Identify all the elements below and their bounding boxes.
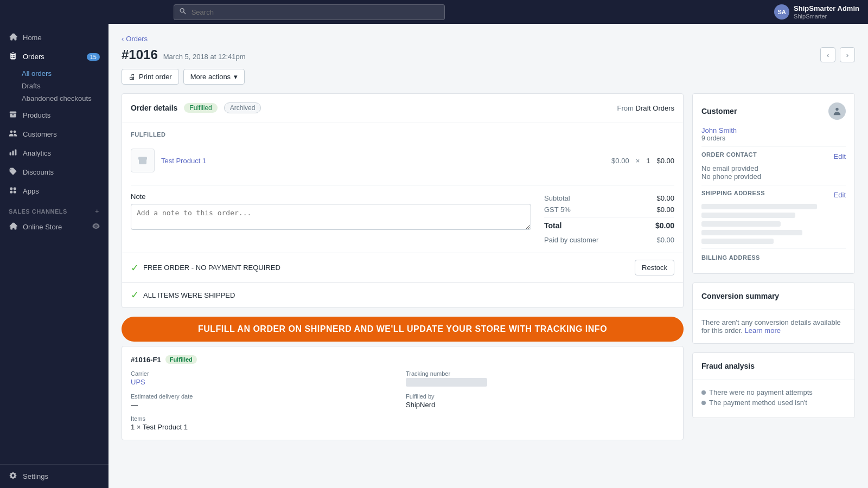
- from-label: From Draft Orders: [617, 104, 674, 112]
- online-store-icon: [9, 222, 17, 232]
- product-qty-label: ×: [636, 157, 640, 165]
- fraud-text-1: There were no payment attempts: [709, 388, 813, 396]
- restock-button[interactable]: Restock: [635, 260, 674, 275]
- edit-contact-button[interactable]: Edit: [834, 152, 846, 160]
- user-name: ShipSmarter Admin: [794, 4, 859, 13]
- free-order-banner: ✓ FREE ORDER - NO PAYMENT REQUIRED Resto…: [122, 253, 683, 282]
- order-details-title: Order details: [131, 104, 177, 112]
- right-column: Customer John Smith 9 orders ORDER CONTA…: [692, 93, 855, 449]
- order-line-item: Test Product 1 $0.00 × 1 $0.00: [131, 144, 674, 177]
- user-avatar: SA: [774, 4, 789, 20]
- product-name[interactable]: Test Product 1: [161, 157, 605, 165]
- sidebar-item-orders[interactable]: Orders 15: [0, 47, 108, 66]
- search-input[interactable]: [174, 4, 445, 20]
- fraud-card-header: Fraud analysis: [693, 353, 854, 380]
- sidebar-item-discounts[interactable]: Discounts: [0, 163, 108, 182]
- search-wrap: [174, 4, 445, 20]
- content-grid: Order details Fulfilled Archived From Dr…: [122, 93, 855, 449]
- no-email-text: No email provided: [701, 164, 846, 172]
- all-orders-link[interactable]: All orders: [22, 67, 108, 80]
- archived-badge: Archived: [224, 102, 261, 113]
- order-toolbar: 🖨 Print order More actions ▾: [122, 69, 855, 85]
- fulfillment-body: #1016-F1 Fulfilled Carrier UPS Tracking …: [122, 346, 683, 440]
- main-layout: Home Orders 15 All orders Drafts Abandon…: [0, 24, 868, 488]
- left-column: Order details Fulfilled Archived From Dr…: [122, 93, 684, 449]
- conversion-title: Conversion summary: [701, 292, 779, 300]
- fulfillment-grid: Carrier UPS Tracking number XXXXXXXXXXXX…: [131, 370, 674, 431]
- delivery-field: Estimated delivery date —: [131, 393, 399, 409]
- sidebar-item-analytics[interactable]: Analytics: [0, 144, 108, 163]
- orders-badge: 15: [87, 53, 100, 61]
- product-total: $0.00: [656, 157, 674, 165]
- shipping-address-block: [701, 204, 846, 244]
- products-label: Products: [23, 111, 50, 119]
- tracking-field: Tracking number XXXXXXXXXXXXXXXXX: [406, 370, 674, 387]
- items-label: Items: [131, 415, 674, 422]
- sidebar-item-online-store[interactable]: Online Store: [0, 217, 108, 236]
- carrier-value: UPS: [131, 378, 399, 386]
- apps-label: Apps: [23, 187, 39, 195]
- subtotal-row: Subtotal $0.00: [544, 192, 674, 204]
- drafts-link[interactable]: Drafts: [22, 80, 108, 92]
- learn-more-link[interactable]: Learn more: [745, 326, 781, 335]
- items-value: 1 × Test Product 1: [131, 423, 674, 431]
- sidebar-item-apps[interactable]: Apps: [0, 182, 108, 201]
- user-area: SA ShipSmarter Admin ShipSmarter: [774, 4, 859, 20]
- note-label: Note: [131, 192, 531, 201]
- chevron-left-icon: ‹: [827, 51, 829, 59]
- carrier-field: Carrier UPS: [131, 370, 399, 387]
- customers-label: Customers: [23, 130, 57, 138]
- totals-breakdown: Subtotal $0.00 GST 5% $0.00 Total: [544, 192, 674, 244]
- order-totals: Note Subtotal $0.00 GST 5%: [131, 185, 674, 244]
- product-image: [131, 149, 155, 172]
- add-sales-channel-icon[interactable]: ＋: [94, 207, 100, 215]
- customer-name[interactable]: John Smith: [701, 126, 846, 134]
- online-store-visibility-icon[interactable]: [92, 222, 100, 232]
- customer-orders: 9 orders: [701, 134, 846, 142]
- sidebar-item-products[interactable]: Products: [0, 106, 108, 125]
- fraud-body: There were no payment attempts The payme…: [693, 380, 854, 418]
- fulfilled-section-label: FULFILLED: [131, 131, 674, 138]
- chevron-right-icon: ›: [846, 51, 848, 59]
- orders-label: Orders: [23, 53, 44, 61]
- check-circle-icon: ✓: [131, 262, 139, 274]
- note-input[interactable]: [131, 204, 531, 230]
- fraud-item-2: The payment method used isn't: [701, 399, 846, 407]
- more-actions-button[interactable]: More actions ▾: [183, 69, 245, 85]
- paid-row: Paid by customer $0.00: [544, 232, 674, 244]
- customer-card-header: Customer: [693, 94, 854, 124]
- prev-order-button[interactable]: ‹: [820, 47, 835, 62]
- fulfillment-id-row: #1016-F1 Fulfilled: [131, 355, 674, 364]
- sidebar-item-settings[interactable]: Settings: [0, 464, 108, 488]
- edit-shipping-button[interactable]: Edit: [834, 191, 846, 199]
- customer-card-body: John Smith 9 orders ORDER CONTACT Edit N…: [693, 124, 854, 273]
- sidebar-item-customers[interactable]: Customers: [0, 125, 108, 144]
- discounts-label: Discounts: [23, 168, 54, 176]
- main-content: ‹ Orders #1016 March 5, 2018 at 12:41pm …: [108, 24, 868, 488]
- fulfillment-status-badge: Fulfilled: [165, 355, 197, 364]
- shipping-address-label: SHIPPING ADDRESS: [701, 190, 765, 196]
- abandoned-link[interactable]: Abandoned checkouts: [22, 92, 108, 105]
- online-store-left: Online Store: [9, 222, 62, 232]
- order-details-body: FULFILLED Test Product 1 $0.00 × 1 $0.00: [122, 123, 683, 253]
- print-order-button[interactable]: 🖨 Print order: [122, 69, 179, 85]
- customer-avatar: [828, 102, 846, 120]
- user-store: ShipSmarter: [794, 13, 859, 20]
- product-price: $0.00: [611, 157, 629, 165]
- user-info: ShipSmarter Admin ShipSmarter: [794, 4, 859, 20]
- cta-banner[interactable]: FULFILL AN ORDER ON SHIPNERD AND WE'LL U…: [122, 317, 684, 342]
- order-navigation: ‹ ›: [820, 47, 855, 62]
- customer-title: Customer: [701, 107, 737, 115]
- order-details-header: Order details Fulfilled Archived From Dr…: [122, 94, 683, 123]
- conversion-body: There aren't any conversion details avai…: [693, 310, 854, 343]
- breadcrumb[interactable]: ‹ Orders: [122, 35, 855, 43]
- delivery-label: Estimated delivery date: [131, 393, 399, 400]
- tracking-number: XXXXXXXXXXXXXXXXX: [406, 378, 487, 387]
- sidebar-item-home[interactable]: Home: [0, 28, 108, 47]
- customers-icon: [9, 129, 17, 139]
- search-icon: [179, 8, 187, 17]
- products-icon: [9, 110, 17, 120]
- next-order-button[interactable]: ›: [840, 47, 855, 62]
- items-field: Items 1 × Test Product 1: [131, 415, 674, 431]
- discounts-icon: [9, 167, 17, 177]
